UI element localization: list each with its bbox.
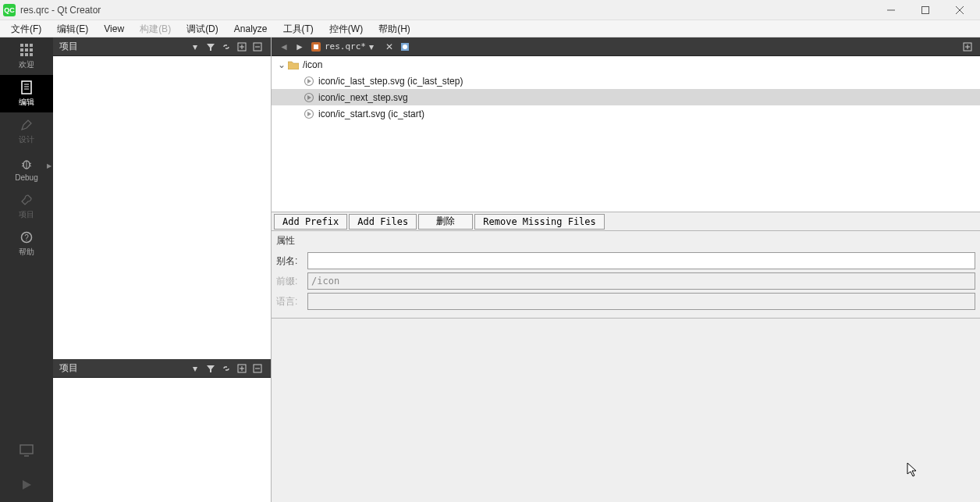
grid-icon [19, 42, 34, 58]
split-add-icon[interactable] [235, 40, 249, 54]
resource-buttons: Add Prefix Add Files 删除 Remove Missing F… [272, 212, 980, 231]
add-prefix-button[interactable]: Add Prefix [274, 214, 347, 230]
chevron-down-icon[interactable]: ▾ [366, 41, 377, 52]
svg-rect-4 [20, 44, 23, 47]
add-files-button[interactable]: Add Files [349, 214, 417, 230]
svg-text:?: ? [24, 233, 29, 242]
svg-rect-6 [30, 44, 33, 47]
language-input [307, 293, 975, 310]
menu-analyze[interactable]: Analyze [226, 20, 275, 37]
project-pane: 项目 ▾ 项目 ▾ [53, 37, 272, 502]
project-pane-header-top: 项目 ▾ [53, 37, 271, 56]
svg-rect-8 [25, 48, 28, 52]
minimize-button[interactable] [874, 1, 908, 20]
tree-item[interactable]: icon/ic_next_step.svg [272, 89, 980, 105]
tree-root-label: /icon [303, 59, 322, 70]
delete-button[interactable]: 删除 [418, 214, 473, 230]
editor-toolbar: ◄ ► res.qrc* ▾ ✕ [272, 37, 980, 56]
resource-item-icon [303, 91, 315, 104]
svg-rect-5 [25, 44, 28, 47]
project-tree-area[interactable] [53, 56, 271, 359]
filter-icon[interactable] [204, 40, 218, 54]
split-add-icon[interactable] [235, 361, 249, 376]
prefix-label: 前缀: [276, 275, 307, 288]
chevron-down-icon[interactable]: ▾ [188, 361, 202, 376]
menu-file[interactable]: 文件(F) [3, 20, 49, 37]
mode-welcome-label: 欢迎 [19, 59, 34, 70]
nav-back-icon[interactable]: ◄ [276, 40, 292, 54]
project-pane-title-2: 项目 [59, 361, 186, 375]
app-logo-icon: QC [3, 4, 16, 16]
menu-edit[interactable]: 编辑(E) [49, 20, 96, 37]
editor-lower-area [272, 319, 980, 502]
tree-item[interactable]: icon/ic_last_step.svg (ic_last_step) [272, 73, 980, 89]
wrench-icon [19, 192, 34, 208]
mode-help[interactable]: ? 帮助 [0, 225, 53, 262]
pencil-icon [19, 117, 34, 133]
open-documents-area[interactable] [53, 378, 271, 502]
menu-debug[interactable]: 调试(D) [179, 20, 226, 37]
mode-projects[interactable]: 项目 [0, 187, 53, 225]
document-icon [19, 80, 34, 95]
monitor-icon [19, 443, 34, 458]
svg-rect-12 [30, 53, 33, 56]
window-controls [874, 1, 977, 20]
svg-rect-1 [922, 6, 929, 13]
chevron-right-icon: ▶ [47, 162, 51, 169]
qrc-file-icon [311, 41, 321, 52]
remove-missing-button[interactable]: Remove Missing Files [474, 214, 605, 230]
maximize-button[interactable] [908, 1, 943, 20]
mode-edit[interactable]: 编辑 [0, 75, 53, 112]
collapse-icon[interactable]: ⌄ [276, 59, 287, 70]
language-label: 语言: [276, 295, 307, 308]
bug-icon [19, 156, 34, 172]
split-add-icon[interactable] [960, 40, 975, 54]
nav-forward-icon[interactable]: ► [292, 40, 307, 54]
svg-rect-13 [22, 81, 31, 94]
tree-item-label: icon/ic_next_step.svg [318, 92, 408, 103]
tree-item-label: icon/ic_start.svg (ic_start) [318, 109, 424, 119]
svg-point-40 [403, 45, 407, 49]
link-icon[interactable] [219, 40, 233, 54]
folder-icon [287, 59, 300, 71]
properties-panel: 属性 别名: 前缀: 语言: [272, 231, 980, 319]
link-icon[interactable] [219, 361, 233, 376]
tree-item[interactable]: icon/ic_start.svg (ic_start) [272, 105, 980, 122]
alias-input[interactable] [307, 252, 975, 269]
menu-build[interactable]: 构建(B) [132, 20, 179, 37]
svg-rect-38 [314, 45, 318, 49]
filter-icon[interactable] [204, 361, 218, 376]
mode-design-label: 设计 [19, 134, 34, 145]
mode-projects-label: 项目 [19, 209, 34, 220]
split-collapse-icon[interactable] [250, 361, 265, 376]
mode-debug-label: Debug [15, 173, 37, 182]
menu-help[interactable]: 帮助(H) [371, 20, 418, 37]
menu-widgets[interactable]: 控件(W) [321, 20, 371, 37]
tree-root-row[interactable]: ⌄ /icon [272, 56, 980, 73]
mode-debug[interactable]: Debug ▶ [0, 150, 53, 187]
chevron-down-icon[interactable]: ▾ [188, 40, 202, 54]
svg-rect-11 [25, 53, 28, 56]
properties-header: 属性 [276, 234, 975, 247]
resource-item-icon [303, 108, 315, 120]
mode-bar: 欢迎 编辑 设计 Debug ▶ 项目 [0, 37, 53, 502]
mode-help-label: 帮助 [19, 247, 34, 258]
play-icon [19, 477, 34, 493]
editor-area: ◄ ► res.qrc* ▾ ✕ ⌄ /icon [272, 37, 980, 502]
menu-view[interactable]: View [96, 20, 132, 37]
editor-filename[interactable]: res.qrc* [325, 41, 366, 52]
tree-item-label: icon/ic_last_step.svg (ic_last_step) [318, 76, 463, 87]
window-title: res.qrc - Qt Creator [20, 5, 874, 16]
run-button[interactable] [0, 468, 53, 502]
mode-welcome[interactable]: 欢迎 [0, 37, 53, 75]
title-bar: QC res.qrc - Qt Creator [0, 0, 980, 20]
close-button[interactable] [943, 1, 977, 20]
resource-tree[interactable]: ⌄ /icon icon/ic_last_step.svg (ic_last_s… [272, 56, 980, 212]
mode-design[interactable]: 设计 [0, 112, 53, 150]
svg-rect-10 [20, 53, 23, 56]
target-selector[interactable] [0, 433, 53, 468]
menu-tools[interactable]: 工具(T) [275, 20, 321, 37]
close-editor-icon[interactable]: ✕ [382, 40, 397, 54]
editor-extra-icon[interactable] [397, 40, 413, 54]
split-collapse-icon[interactable] [250, 40, 265, 54]
